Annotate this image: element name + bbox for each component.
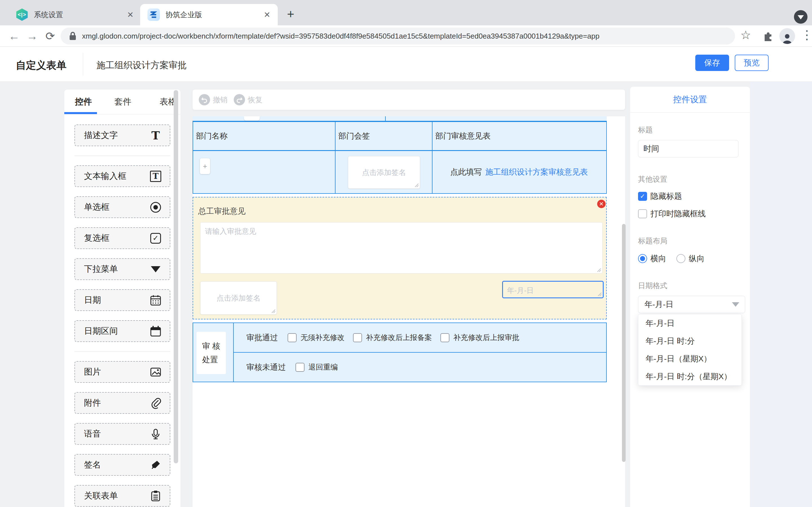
new-tab-button[interactable]: + [287,8,294,20]
resize-handle-icon[interactable] [597,292,602,296]
text-icon: T [149,129,162,142]
header-cell-dept-countersign[interactable]: 部门会签 [336,122,433,150]
unchecked-checkbox-icon[interactable] [638,209,647,218]
group-divider [74,351,170,352]
sidebar-item-image[interactable]: 图片 [74,361,170,383]
tab-search-button[interactable] [794,10,808,24]
header-cell-dept-name[interactable]: 部门名称 [193,122,336,150]
active-tab-underline [64,112,97,114]
add-row-button[interactable]: + [200,158,210,174]
review-pass-row[interactable]: 审批通过 无须补充修改 补充修改后上报备案 补充修改后上报审批 [234,323,606,353]
address-bar[interactable]: xmgl.glodon.com/project-doc/workbench/xf… [61,27,735,45]
signature-field[interactable]: 点击添加签名 [200,281,277,315]
sidebar-item-voice[interactable]: 语音 [74,423,170,445]
calendar-range-icon [149,325,162,337]
back-button[interactable]: ← [7,29,21,43]
dropdown-option[interactable]: 年-月-日 时:分 [638,332,742,350]
table-header-row: 部门名称 部门会签 部门审核意见表 [193,122,606,151]
dropdown-option[interactable]: 年-月-日（星期X） [638,350,742,368]
image-icon [149,366,162,378]
hide-title-option[interactable]: ✓ 隐藏标题 [638,191,743,202]
sidebar-item-date[interactable]: 日期 [74,289,170,311]
browser-tab-xiezhu[interactable]: 协筑企业版 ✕ [140,4,278,25]
undo-button[interactable]: 撤销 [199,94,227,105]
sidebar-item-related-form[interactable]: 关联表单 [74,485,170,507]
tab-kits[interactable]: 套件 [110,96,135,108]
sidebar-scrollbar[interactable] [174,90,178,463]
preview-button[interactable]: 预览 [735,55,769,71]
page-title: 施工组织设计方案审批 [96,59,187,71]
review-row-header-cell[interactable]: 审核处置 [193,323,234,382]
extensions-puzzle-icon[interactable] [762,31,774,42]
browser-tab-system-settings[interactable]: <|> 系统设置 ✕ [8,4,141,25]
dropdown-icon [149,263,162,276]
tab-title: 系统设置 [34,10,127,20]
dropdown-option[interactable]: 年-月-日 [638,314,742,332]
review-disposition-table: 审核处置 审批通过 无须补充修改 补充修改后上报备案 补 [193,323,607,382]
sidebar-item-attachment[interactable]: 附件 [74,392,170,414]
approval-comment-textarea[interactable]: 请输入审批意见 [200,222,603,274]
checkbox-icon[interactable] [296,363,305,372]
radio-unselected-icon[interactable] [676,254,686,263]
resize-handle-icon[interactable] [414,183,419,187]
chief-approval-section[interactable]: ✕ 总工审批意见 请输入审批意见 点击添加签名 年-月-日 [193,197,607,320]
signature-field[interactable]: 点击添加签名 [348,156,420,189]
title-input[interactable]: 时间 [638,140,739,158]
layout-vertical[interactable]: 纵向 [689,253,705,264]
other-settings-label: 其他设置 [638,174,743,184]
title-layout-label: 标题布局 [638,236,743,246]
sidebar-item-radio[interactable]: 单选框 [74,196,170,218]
profile-avatar[interactable] [779,28,795,44]
date-format-select[interactable]: 年-月-日 [638,296,745,313]
dropdown-option[interactable]: 年-月-日 时:分（星期X） [638,368,742,385]
canvas-scrollbar[interactable] [622,224,626,462]
option-supplement-record[interactable]: 补充修改后上报备案 [353,333,432,342]
checked-checkbox-icon[interactable]: ✓ [638,192,647,201]
forward-button[interactable]: → [25,29,40,43]
sidebar-item-checkbox[interactable]: 复选框 ✓ [74,227,170,249]
row-drag-handle[interactable] [244,116,260,121]
option-return-rewrite[interactable]: 退回重编 [296,362,338,372]
group-divider [74,156,170,156]
checkbox-icon[interactable] [288,333,297,342]
tab-controls[interactable]: 控件 [71,96,96,108]
cell-dept-review-link[interactable]: 点此填写 施工组织设计方案审核意见表 [433,151,606,193]
checkbox-icon[interactable] [441,333,449,342]
bookmark-star-icon[interactable]: ☆ [741,28,751,42]
review-table-link[interactable]: 施工组织设计方案审核意见表 [485,167,588,177]
review-fail-row[interactable]: 审核未通过 退回重编 [234,353,606,382]
sidebar-item-dropdown[interactable]: 下拉菜单 [74,258,170,280]
cell-dept-name[interactable]: + [193,151,336,193]
resize-handle-icon[interactable] [271,309,275,313]
header-cell-dept-review-table[interactable]: 部门审核意见表 [433,122,606,150]
option-no-supplement[interactable]: 无须补充修改 [288,333,345,342]
sidebar-item-text-input[interactable]: 文本输入框 T [74,165,170,187]
checkbox-icon: ✓ [149,232,162,244]
sidebar-item-signature[interactable]: 签名 [74,454,170,476]
layout-horizontal[interactable]: 横向 [651,253,666,264]
tab-title: 协筑企业版 [165,10,264,20]
option-supplement-approve[interactable]: 补充修改后上报审批 [441,333,519,342]
sidebar-item-date-range[interactable]: 日期区间 [74,320,170,342]
hide-border-option[interactable]: 打印时隐藏框线 [638,209,743,219]
sidebar-tabs: 控件 套件 表格 [64,90,181,114]
resize-handle-icon[interactable] [597,268,601,272]
save-button[interactable]: 保存 [695,55,729,71]
sidebar-item-desc-text[interactable]: 描述文字 T [74,124,170,146]
close-icon[interactable]: ✕ [264,10,270,19]
app-title: 自定义表单 [16,59,66,72]
cell-divider [385,116,386,122]
cell-dept-countersign[interactable]: 点击添加签名 [336,151,433,193]
browser-menu-icon[interactable]: ⋮ [801,27,812,42]
clipped-table-row [193,116,607,122]
microphone-icon [149,428,162,440]
close-icon[interactable]: ✕ [127,10,134,19]
redo-button[interactable]: 恢复 [234,94,262,105]
radio-selected-icon[interactable] [638,254,647,263]
checkbox-icon[interactable] [353,333,362,342]
reload-button[interactable]: ⟳ [43,29,57,43]
delete-section-button[interactable]: ✕ [597,200,606,208]
date-field-selected[interactable]: 年-月-日 [502,281,604,298]
department-table: 部门名称 部门会签 部门审核意见表 + 点击添加签名 点此填写 施 [193,122,607,194]
calendar-icon [149,294,162,306]
